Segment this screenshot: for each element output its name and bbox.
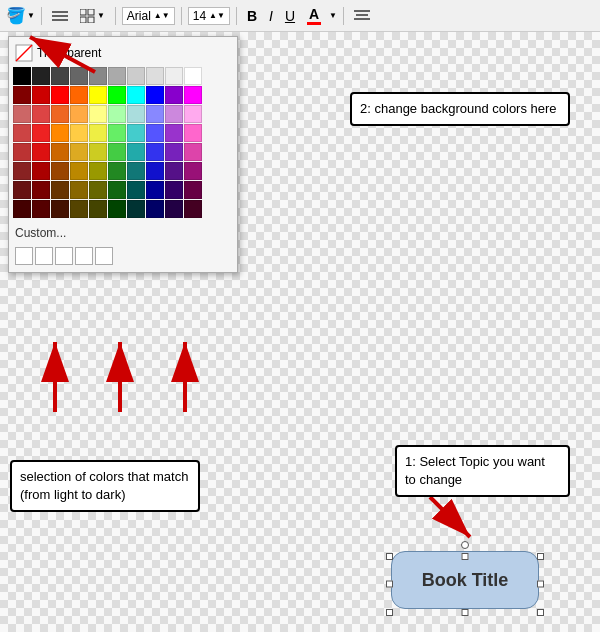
color-cell-38[interactable] (165, 124, 183, 142)
color-cell-65[interactable] (108, 181, 126, 199)
handle-ml[interactable] (386, 580, 393, 587)
color-cell-32[interactable] (51, 124, 69, 142)
color-cell-16[interactable] (127, 86, 145, 104)
color-cell-7[interactable] (146, 67, 164, 85)
color-cell-41[interactable] (32, 143, 50, 161)
color-cell-58[interactable] (165, 162, 183, 180)
bold-button[interactable]: B (243, 6, 261, 26)
color-cell-56[interactable] (127, 162, 145, 180)
color-cell-10[interactable] (13, 86, 31, 104)
color-cell-47[interactable] (146, 143, 164, 161)
color-cell-67[interactable] (146, 181, 164, 199)
color-cell-46[interactable] (127, 143, 145, 161)
handle-br[interactable] (537, 609, 544, 616)
color-cell-62[interactable] (51, 181, 69, 199)
color-cell-77[interactable] (146, 200, 164, 218)
color-cell-68[interactable] (165, 181, 183, 199)
highlight-color-button[interactable]: 🪣 ▼ (6, 6, 35, 25)
font-selector[interactable]: Arial ▲▼ (122, 7, 175, 25)
color-cell-23[interactable] (70, 105, 88, 123)
color-cell-4[interactable] (89, 67, 107, 85)
color-cell-18[interactable] (165, 86, 183, 104)
handle-mr[interactable] (537, 580, 544, 587)
color-cell-31[interactable] (32, 124, 50, 142)
color-cell-45[interactable] (108, 143, 126, 161)
color-cell-63[interactable] (70, 181, 88, 199)
color-cell-0[interactable] (13, 67, 31, 85)
color-grid[interactable] (13, 67, 233, 218)
color-cell-78[interactable] (165, 200, 183, 218)
font-size-selector[interactable]: 14 ▲▼ (188, 7, 230, 25)
color-cell-14[interactable] (89, 86, 107, 104)
color-cell-30[interactable] (13, 124, 31, 142)
color-cell-50[interactable] (13, 162, 31, 180)
grid-button[interactable]: ▼ (76, 7, 109, 25)
color-cell-26[interactable] (127, 105, 145, 123)
font-color-button[interactable]: A (303, 4, 325, 27)
color-cell-13[interactable] (70, 86, 88, 104)
color-cell-27[interactable] (146, 105, 164, 123)
italic-button[interactable]: I (265, 6, 277, 26)
color-cell-42[interactable] (51, 143, 69, 161)
handle-tc[interactable] (462, 553, 469, 560)
color-cell-53[interactable] (70, 162, 88, 180)
recent-color-3[interactable] (55, 247, 73, 265)
color-cell-21[interactable] (32, 105, 50, 123)
color-cell-6[interactable] (127, 67, 145, 85)
color-cell-20[interactable] (13, 105, 31, 123)
color-cell-71[interactable] (32, 200, 50, 218)
color-cell-9[interactable] (184, 67, 202, 85)
color-cell-34[interactable] (89, 124, 107, 142)
color-cell-44[interactable] (89, 143, 107, 161)
main-canvas[interactable]: Transparent Custom... 2: change backgrou… (0, 32, 600, 632)
color-cell-43[interactable] (70, 143, 88, 161)
color-cell-55[interactable] (108, 162, 126, 180)
color-cell-24[interactable] (89, 105, 107, 123)
color-cell-72[interactable] (51, 200, 69, 218)
recent-color-4[interactable] (75, 247, 93, 265)
handle-tr[interactable] (537, 553, 544, 560)
color-cell-70[interactable] (13, 200, 31, 218)
color-cell-2[interactable] (51, 67, 69, 85)
color-cell-57[interactable] (146, 162, 164, 180)
color-cell-29[interactable] (184, 105, 202, 123)
color-cell-59[interactable] (184, 162, 202, 180)
color-cell-3[interactable] (70, 67, 88, 85)
color-cell-22[interactable] (51, 105, 69, 123)
color-cell-36[interactable] (127, 124, 145, 142)
color-cell-11[interactable] (32, 86, 50, 104)
color-cell-40[interactable] (13, 143, 31, 161)
transparent-option[interactable]: Transparent (13, 41, 233, 67)
color-cell-33[interactable] (70, 124, 88, 142)
color-cell-64[interactable] (89, 181, 107, 199)
rotate-handle[interactable] (461, 541, 469, 549)
lines-button[interactable] (48, 7, 72, 25)
color-cell-60[interactable] (13, 181, 31, 199)
color-cell-76[interactable] (127, 200, 145, 218)
color-cell-69[interactable] (184, 181, 202, 199)
book-title-shape[interactable]: Book Title (385, 547, 545, 612)
underline-button[interactable]: U (281, 6, 299, 26)
handle-bc[interactable] (462, 609, 469, 616)
color-cell-52[interactable] (51, 162, 69, 180)
recent-color-5[interactable] (95, 247, 113, 265)
recent-color-1[interactable] (15, 247, 33, 265)
color-cell-61[interactable] (32, 181, 50, 199)
custom-color-option[interactable]: Custom... (13, 222, 233, 244)
color-cell-8[interactable] (165, 67, 183, 85)
color-cell-5[interactable] (108, 67, 126, 85)
color-cell-49[interactable] (184, 143, 202, 161)
handle-tl[interactable] (386, 553, 393, 560)
color-cell-73[interactable] (70, 200, 88, 218)
color-cell-1[interactable] (32, 67, 50, 85)
color-cell-12[interactable] (51, 86, 69, 104)
align-button[interactable] (350, 7, 374, 25)
color-picker-panel[interactable]: Transparent Custom... (8, 36, 238, 273)
color-cell-79[interactable] (184, 200, 202, 218)
color-cell-15[interactable] (108, 86, 126, 104)
handle-bl[interactable] (386, 609, 393, 616)
color-cell-28[interactable] (165, 105, 183, 123)
color-cell-75[interactable] (108, 200, 126, 218)
color-cell-48[interactable] (165, 143, 183, 161)
color-cell-19[interactable] (184, 86, 202, 104)
